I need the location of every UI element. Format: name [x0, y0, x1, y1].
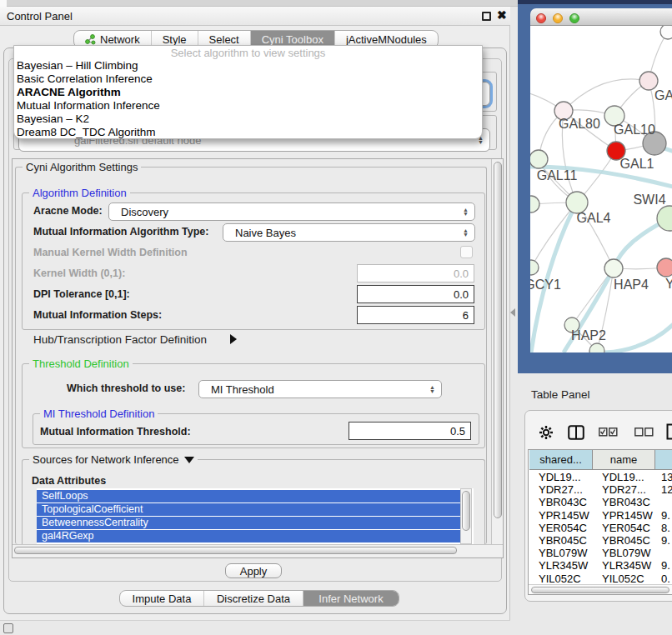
- network-node-gal11[interactable]: [530, 150, 548, 168]
- aracne-mode-value: Discovery: [121, 206, 168, 218]
- network-node-swi4[interactable]: [657, 206, 672, 231]
- settings-vscrollbar[interactable]: [491, 159, 503, 544]
- table-hscrollbar[interactable]: [529, 584, 672, 594]
- table-cell: YLR345W: [529, 559, 593, 572]
- aracne-mode-combo[interactable]: Discovery ▲▼: [108, 202, 475, 221]
- attribute-list-scrollbar[interactable]: [460, 488, 472, 544]
- node-label: GAL: [654, 88, 672, 102]
- minimize-traffic-light[interactable]: [553, 13, 563, 23]
- control-panel-titlebar: Control Panel ✖: [0, 7, 510, 26]
- tab-network-label: Network: [100, 33, 140, 46]
- apply-button[interactable]: Apply: [225, 563, 282, 578]
- table-row[interactable]: YIL052CYIL052C0.: [529, 572, 672, 585]
- dpi-tolerance-label: DPI Tolerance [0,1]:: [33, 288, 130, 300]
- scrollbar-thumb[interactable]: [531, 587, 669, 593]
- table-row[interactable]: YLR345WYLR345W9.: [529, 559, 672, 572]
- table-cell: YDL19...: [593, 471, 655, 483]
- dpi-tolerance-field[interactable]: 0.0: [357, 285, 474, 303]
- top-strip-gap: [0, 0, 7, 7]
- attribute-list-item[interactable]: BetweennessCentrality: [37, 517, 460, 529]
- bottom-tabs: Impute Data Discretize Data Infer Networ…: [119, 590, 399, 607]
- table-row[interactable]: YBR043CYBR043C: [529, 496, 672, 508]
- algorithm-option[interactable]: Bayesian – K2: [14, 112, 482, 126]
- network-window-titlebar[interactable]: [530, 8, 672, 26]
- algorithm-option[interactable]: Basic Correlation Inference: [14, 72, 482, 86]
- gear-icon[interactable]: [539, 425, 554, 440]
- table-row[interactable]: YBR045CYBR045C9.: [529, 534, 672, 547]
- algorithm-option[interactable]: Bayesian – Hill Climbing: [14, 59, 482, 72]
- table-row[interactable]: YER054CYER054C8.: [529, 522, 672, 534]
- show-columns-icon[interactable]: [599, 428, 618, 437]
- which-threshold-combo[interactable]: MI Threshold ▲▼: [198, 380, 442, 398]
- network-node-gcy1[interactable]: [530, 260, 539, 275]
- table-cell: YIL052C: [593, 572, 655, 584]
- table-cell: YBL079W: [593, 547, 655, 559]
- network-node-y[interactable]: [657, 258, 672, 277]
- tab-discretize-data[interactable]: Discretize Data: [203, 591, 303, 606]
- hide-columns-icon[interactable]: [634, 428, 654, 437]
- table-row[interactable]: YDR27...YDR27...12: [529, 483, 672, 496]
- node-label: SWI4: [633, 192, 665, 207]
- mit-field[interactable]: 0.5: [349, 422, 471, 440]
- table-cell: YDL19...: [529, 471, 593, 483]
- new-table-icon[interactable]: [666, 423, 672, 440]
- float-window-icon[interactable]: [482, 12, 491, 21]
- scrollbar-thumb[interactable]: [494, 162, 502, 518]
- kernel-width-field[interactable]: 0.0: [357, 264, 474, 282]
- attribute-list-item[interactable]: TopologicalCoefficient: [37, 503, 460, 516]
- attribute-list-item[interactable]: gal4RGexp: [37, 530, 460, 542]
- mi-threshold-title: MI Threshold Definition: [40, 408, 158, 420]
- column-header-A[interactable]: A: [655, 450, 672, 470]
- algorithm-dropdown-popup: Select algorithm to view settings Bayesi…: [13, 45, 483, 139]
- panel-title: Control Panel: [7, 10, 73, 22]
- combo-arrows: ▲▼: [463, 208, 469, 216]
- network-node-hap4[interactable]: [604, 259, 623, 278]
- scrollbar-thumb[interactable]: [14, 547, 457, 554]
- settings-hscrollbar[interactable]: [13, 544, 503, 557]
- attribute-list-item[interactable]: SelfLoops: [37, 490, 460, 502]
- table-cell: 13: [655, 471, 672, 483]
- table-row[interactable]: YDL19...YDL19...13: [529, 471, 672, 483]
- network-canvas[interactable]: GALGAL80GAL10GAL1GAL11GAL4SWI4GCY1HAP4YH…: [530, 26, 672, 352]
- tab-infer-network[interactable]: Infer Network: [303, 591, 399, 606]
- which-threshold-label: Which threshold to use:: [67, 382, 185, 394]
- column-header-shared...[interactable]: shared...: [529, 450, 593, 470]
- popup-prompt: Select algorithm to view settings: [14, 48, 482, 59]
- mi-type-combo[interactable]: Naive Bayes ▲▼: [223, 223, 475, 242]
- collapse-icon[interactable]: [184, 457, 194, 463]
- table-row[interactable]: YPR145WYPR145W9.: [529, 509, 672, 522]
- close-traffic-light[interactable]: [536, 13, 546, 23]
- node-label: GAL11: [537, 168, 578, 182]
- mi-steps-field[interactable]: 6: [357, 306, 474, 324]
- network-node[interactable]: [530, 196, 539, 212]
- network-node[interactable]: [660, 26, 672, 39]
- network-node[interactable]: [589, 343, 604, 352]
- column-header-name[interactable]: name: [593, 450, 655, 470]
- tab-impute-data[interactable]: Impute Data: [120, 591, 203, 606]
- algorithm-option[interactable]: Dream8 DC_TDC Algorithm: [14, 126, 482, 139]
- close-icon[interactable]: ✖: [497, 8, 507, 22]
- table-row[interactable]: YBL079WYBL079W: [529, 547, 672, 559]
- column-layout-icon[interactable]: [568, 425, 584, 440]
- gripper-icon[interactable]: [3, 623, 13, 633]
- manual-kernel-checkbox[interactable]: [460, 246, 473, 258]
- node-label: Y: [665, 277, 672, 291]
- hub-expand-icon[interactable]: [230, 334, 237, 344]
- kernel-width-label: Kernel Width (0,1):: [33, 268, 125, 279]
- table-cell: YER054C: [529, 522, 593, 534]
- table-cell: YBR045C: [593, 534, 655, 547]
- node-label: GAL10: [614, 122, 655, 137]
- algorithm-definition-title: Algorithm Definition: [29, 187, 130, 199]
- algorithm-option[interactable]: Mutual Information Inference: [14, 99, 482, 112]
- network-node-gal[interactable]: [639, 72, 658, 90]
- zoom-traffic-light[interactable]: [569, 13, 579, 23]
- splitter-arrow-icon[interactable]: [510, 308, 515, 317]
- sources-title: Sources for Network Inference: [29, 453, 198, 466]
- data-attributes-label: Data Attributes: [32, 475, 106, 487]
- manual-kernel-label: Manual Kernel Width Definition: [33, 247, 188, 258]
- scrollbar-thumb[interactable]: [462, 491, 470, 531]
- algorithm-option[interactable]: ARACNE Algorithm: [14, 86, 482, 99]
- mi-type-value: Naive Bayes: [235, 227, 296, 239]
- control-panel-window: Control Panel ✖ Network Style Select Cyn…: [0, 7, 510, 621]
- hub-section-label[interactable]: Hub/Transcription Factor Definition: [33, 333, 207, 346]
